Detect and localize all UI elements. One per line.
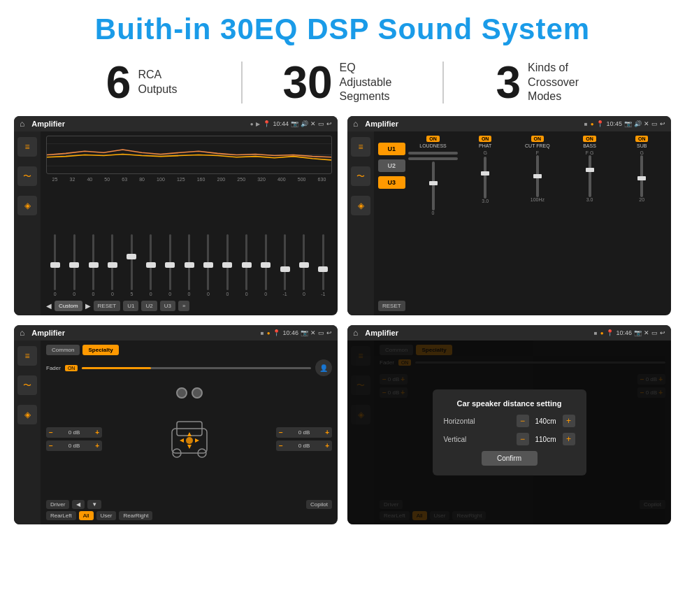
ch-cutfreq-val: 100Hz bbox=[531, 197, 545, 202]
vertical-minus[interactable]: − bbox=[517, 433, 529, 445]
u2-btn-eq[interactable]: U2 bbox=[141, 301, 157, 311]
slider-track-12[interactable] bbox=[284, 234, 286, 290]
sidebar-wave-icon-3[interactable]: 〜 bbox=[17, 375, 37, 395]
fader-icon[interactable]: 👤 bbox=[315, 359, 332, 376]
time-specialty: 10:46 bbox=[282, 329, 298, 336]
sidebar-eq-icon-2[interactable]: ≡ bbox=[351, 137, 370, 157]
slider-track-3[interactable] bbox=[111, 234, 113, 290]
slider-track-8[interactable] bbox=[207, 234, 209, 290]
sidebar-vol-icon-2[interactable]: ◈ bbox=[351, 196, 370, 215]
slider-track-0[interactable] bbox=[54, 234, 56, 290]
slider-track-2[interactable] bbox=[92, 234, 94, 290]
expand-btn[interactable]: » bbox=[178, 301, 189, 311]
slider-track-13[interactable] bbox=[303, 234, 305, 290]
horizontal-minus[interactable]: − bbox=[517, 415, 529, 427]
sidebar-eq-icon-3[interactable]: ≡ bbox=[17, 346, 37, 366]
minus-br[interactable]: − bbox=[279, 442, 283, 450]
u1-btn[interactable]: U1 bbox=[378, 143, 405, 155]
slider-track-11[interactable] bbox=[265, 234, 267, 290]
slider-track-6[interactable] bbox=[169, 234, 171, 290]
tab-specialty[interactable]: Specialty bbox=[82, 345, 118, 355]
home-icon: ⌂ bbox=[20, 119, 24, 129]
minus-tr[interactable]: − bbox=[279, 429, 283, 436]
back-icon-4: ↩ bbox=[660, 329, 665, 336]
dot3: ■ bbox=[584, 121, 588, 127]
location-icon-4: 📍 bbox=[606, 329, 614, 336]
ch-loudness-slider-h1[interactable] bbox=[408, 152, 459, 155]
status-bar-dialog: ⌂ Amplifier ■ ● 📍 10:46 📷 ✕ ▭ ↩ bbox=[347, 325, 671, 341]
ch-sub-slider-v[interactable] bbox=[640, 155, 643, 197]
plus-br[interactable]: + bbox=[325, 442, 329, 450]
camera-icon-2: 📷 bbox=[624, 120, 632, 127]
u3-btn-eq[interactable]: U3 bbox=[160, 301, 175, 311]
slider-track-14[interactable] bbox=[322, 234, 324, 290]
zone-arrow-down[interactable]: ▼ bbox=[87, 500, 101, 509]
dialog-horizontal-row: Horizontal − 140cm + bbox=[444, 415, 575, 427]
plus-tr[interactable]: + bbox=[325, 429, 329, 436]
zone-rearright[interactable]: RearRight bbox=[119, 511, 152, 520]
reset-btn-crossover[interactable]: RESET bbox=[378, 301, 405, 311]
slider-col-1: 0 bbox=[65, 234, 82, 296]
vertical-value: 110cm bbox=[532, 436, 560, 443]
crossover-screen-content: ≡ 〜 ◈ U1 U2 U3 RESET ON LOUDNESS bbox=[347, 131, 671, 315]
sidebar-wave-icon-2[interactable]: 〜 bbox=[351, 166, 370, 186]
val-tr: 0 dB bbox=[284, 429, 324, 436]
slider-col-6: 0 bbox=[161, 234, 178, 296]
zone-user[interactable]: User bbox=[96, 511, 117, 520]
slider-col-10: 0 bbox=[238, 234, 255, 296]
slider-col-0: 0 bbox=[46, 234, 64, 296]
sidebar-vol-icon-3[interactable]: ◈ bbox=[17, 405, 37, 424]
minus-tl[interactable]: − bbox=[49, 429, 53, 436]
stat-crossover: 3 Kinds ofCrossover Modes bbox=[444, 60, 643, 105]
zone-copilot[interactable]: Copilot bbox=[306, 500, 332, 509]
slider-track-1[interactable] bbox=[73, 234, 75, 290]
val-bl: 0 dB bbox=[55, 443, 94, 449]
u2-btn[interactable]: U2 bbox=[378, 159, 405, 172]
screen-dialog: ⌂ Amplifier ■ ● 📍 10:46 📷 ✕ ▭ ↩ ≡ 〜 ◈ C bbox=[347, 325, 671, 524]
plus-tl[interactable]: + bbox=[95, 429, 99, 436]
zone-driver[interactable]: Driver bbox=[46, 500, 69, 509]
screen-crossover: ⌂ Amplifier ■ ● 📍 10:45 📷 🔊 ✕ ▭ ↩ ≡ 〜 ◈ bbox=[347, 116, 671, 315]
horizontal-plus[interactable]: + bbox=[563, 415, 575, 427]
zone-rearleft[interactable]: RearLeft bbox=[46, 511, 76, 520]
reset-btn-eq[interactable]: RESET bbox=[94, 301, 121, 311]
ch-loudness-slider-h2[interactable] bbox=[408, 157, 459, 160]
slider-track-10[interactable] bbox=[245, 234, 247, 290]
svg-point-7 bbox=[186, 437, 193, 444]
fader-on[interactable]: ON bbox=[65, 365, 78, 371]
top-center-vol bbox=[104, 387, 274, 399]
plus-bl[interactable]: + bbox=[95, 442, 99, 450]
zone-arrow-left[interactable]: ◀ bbox=[72, 500, 85, 509]
fader-slider[interactable] bbox=[82, 367, 311, 369]
crossover-channels: ON LOUDNESS 0 ON PHAT G bbox=[408, 136, 667, 311]
slider-track-4[interactable] bbox=[131, 234, 133, 290]
dot2: ▶ bbox=[256, 121, 260, 127]
tab-common[interactable]: Common bbox=[46, 345, 80, 355]
preset-custom[interactable]: Custom bbox=[55, 301, 82, 311]
eq-freq-labels: 253240506380100125160200250320400500630 bbox=[46, 177, 332, 182]
ch-cutfreq-slider-v[interactable] bbox=[536, 155, 539, 197]
slider-track-9[interactable] bbox=[226, 234, 229, 290]
car-center bbox=[104, 411, 274, 467]
sidebar-vol-icon[interactable]: ◈ bbox=[17, 196, 37, 215]
ch-loudness-slider-v[interactable] bbox=[432, 162, 435, 210]
zone-all[interactable]: All bbox=[79, 511, 94, 520]
status-icons-eq: 📍 10:44 📷 🔊 ✕ ▭ ↩ bbox=[263, 120, 332, 127]
status-bar-eq: ⌂ Amplifier ● ▶ 📍 10:44 📷 🔊 ✕ ▭ ↩ bbox=[14, 116, 338, 131]
u1-btn-eq[interactable]: U1 bbox=[123, 301, 138, 311]
minus-bl[interactable]: − bbox=[49, 442, 53, 450]
dot8: ● bbox=[600, 330, 604, 336]
specialty-screen-content: ≡ 〜 ◈ Common Specialty Fader ON 👤 bbox=[14, 341, 338, 524]
vertical-plus[interactable]: + bbox=[563, 433, 575, 445]
slider-track-7[interactable] bbox=[188, 234, 190, 290]
u3-btn[interactable]: U3 bbox=[378, 176, 405, 189]
prev-arrow[interactable]: ◀ bbox=[46, 302, 52, 310]
sidebar-wave-icon[interactable]: 〜 bbox=[17, 166, 37, 186]
slider-track-5[interactable] bbox=[150, 234, 152, 290]
next-arrow[interactable]: ▶ bbox=[85, 302, 91, 310]
sidebar-eq-icon[interactable]: ≡ bbox=[17, 137, 37, 157]
confirm-button[interactable]: Confirm bbox=[482, 451, 538, 466]
ch-bass-slider-v[interactable] bbox=[589, 155, 591, 197]
ch-phat-slider-v[interactable] bbox=[484, 157, 486, 199]
ch-cutfreq-name: CUT FREQ bbox=[525, 143, 550, 148]
